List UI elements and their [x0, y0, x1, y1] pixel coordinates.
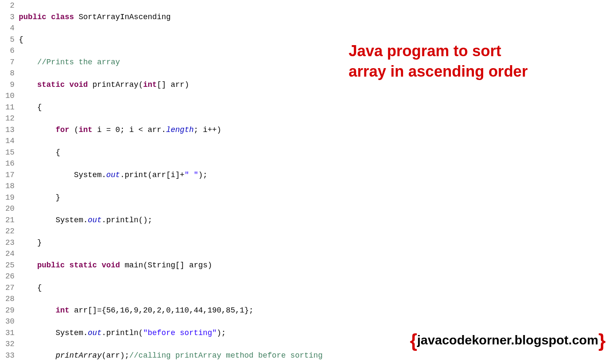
code-line[interactable]: printArray(arr);//calling printArray met…: [19, 350, 609, 361]
line-number-gutter: 2 3 4 5 6 7 8 9 10 11 12 13 14 15 16 17 …: [0, 0, 16, 364]
line-number: 3: [0, 11, 14, 23]
line-number: 23: [0, 237, 14, 249]
line-number: 4: [0, 23, 14, 34]
code-line[interactable]: }: [19, 237, 609, 249]
code-line[interactable]: for (int i = 0; i < arr.length; i++): [19, 124, 609, 136]
line-number: 15: [0, 147, 14, 158]
overlay-title: Java program to sort array in ascending …: [349, 41, 528, 82]
line-number: 32: [0, 338, 14, 350]
code-line[interactable]: {: [19, 102, 609, 113]
line-number: 2: [0, 0, 14, 11]
line-number: 9: [0, 79, 14, 91]
line-number: 30: [0, 316, 14, 327]
code-line[interactable]: System.out.println();: [19, 215, 609, 226]
line-number: 24: [0, 248, 14, 260]
line-number: 10: [0, 90, 14, 102]
line-number: 28: [0, 293, 14, 305]
line-number: 13: [0, 124, 14, 136]
line-number: 16: [0, 158, 14, 169]
line-number: 20: [0, 203, 14, 215]
code-line[interactable]: int arr[]={56,16,9,20,2,0,110,44,190,85,…: [19, 305, 609, 316]
line-number: 25: [0, 260, 14, 271]
line-number: 5: [0, 34, 14, 46]
line-number: 31: [0, 327, 14, 339]
code-line[interactable]: public static void main(String[] args): [19, 260, 609, 271]
brace-icon: {: [410, 330, 417, 351]
line-number: 29: [0, 305, 14, 316]
line-number: 27: [0, 282, 14, 294]
overlay-branding: {javacodekorner.blogspot.com}: [410, 330, 606, 351]
line-number: 18: [0, 181, 14, 192]
code-line[interactable]: public class SortArrayInAscending: [19, 11, 609, 23]
line-number: 21: [0, 215, 14, 226]
line-number: 33: [0, 350, 14, 361]
code-line[interactable]: }: [19, 192, 609, 203]
line-number: 19: [0, 192, 14, 203]
code-line[interactable]: System.out.print(arr[i]+" ");: [19, 169, 609, 181]
line-number: 17: [0, 169, 14, 181]
line-number: 6: [0, 45, 14, 57]
brace-icon: }: [598, 330, 606, 351]
line-number: 7: [0, 57, 14, 68]
line-number: 12: [0, 113, 14, 124]
code-line[interactable]: {: [19, 147, 609, 158]
line-number: 11: [0, 102, 14, 113]
line-number: 8: [0, 68, 14, 79]
line-number: 26: [0, 271, 14, 282]
code-line[interactable]: {: [19, 282, 609, 294]
line-number: 14: [0, 135, 14, 147]
line-number: 22: [0, 226, 14, 237]
